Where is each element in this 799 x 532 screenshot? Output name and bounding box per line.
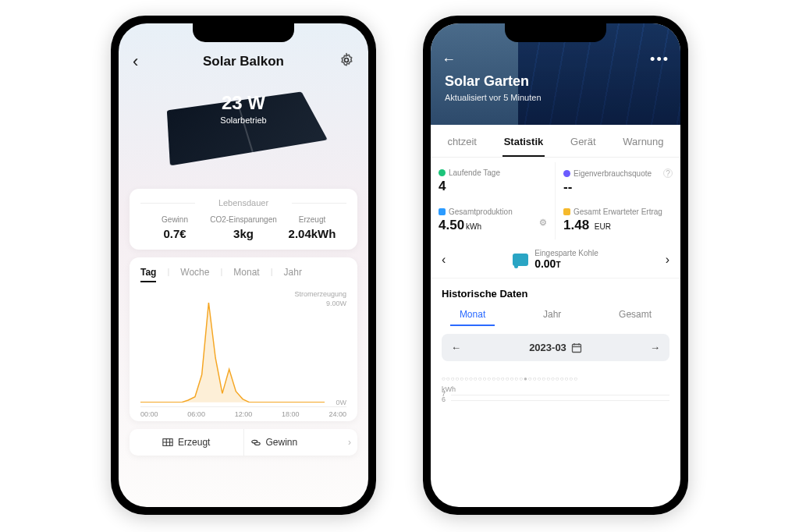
coal-saved-row: ‹ Eingesparte Kohle 0.00T ›: [431, 244, 680, 278]
settings-small-icon[interactable]: ⚙: [539, 218, 547, 228]
updated-subtitle: Aktualisiert vor 5 Minuten: [445, 93, 666, 102]
header: ‹ Solar Balkon: [119, 47, 368, 80]
history-tab-month[interactable]: Monat: [450, 304, 495, 326]
stat-running-days: Laufende Tage 4: [431, 162, 556, 201]
history-period-tabs: Monat Jahr Gesamt: [431, 304, 680, 326]
svg-point-0: [344, 59, 348, 62]
next-savings-icon[interactable]: ›: [666, 253, 669, 267]
info-icon[interactable]: ?: [663, 168, 673, 178]
lifetime-profit-label: Gewinn: [140, 215, 209, 224]
lifetime-produced: Erzeugt 2.04kWh: [278, 215, 346, 240]
lifetime-co2-value: 3kg: [209, 227, 278, 240]
pie-icon: [563, 170, 570, 177]
tab-warning[interactable]: Warnung: [621, 136, 665, 157]
lifetime-profit-value: 0.7€: [140, 227, 209, 240]
operation-mode: Solarbetrieb: [130, 115, 357, 125]
lifetime-header: Lebensdauer: [140, 198, 346, 207]
tab-realtime[interactable]: chtzeit: [446, 136, 478, 157]
tab-week[interactable]: Woche: [180, 267, 209, 282]
main-tabs: chtzeit Statistik Gerät Warnung: [431, 125, 680, 158]
stack-icon: [563, 208, 570, 215]
date-value[interactable]: 2023-03: [529, 342, 566, 353]
lifetime-card: Lebensdauer Gewinn 0.7€ CO2-Einsparungen…: [130, 189, 357, 250]
screen-solar-balkon: ‹ Solar Balkon 23 W Solarbetrieb Lebensd…: [119, 23, 368, 507]
history-legend-dots: ○○○○○○○○○○○○○○○○○○●○○○○○○○○○○○: [442, 375, 669, 382]
screen-solar-garten: ← ••• Solar Garten Aktualisiert vor 5 Mi…: [431, 23, 680, 507]
bottom-tab-profit[interactable]: Gewinn ›: [244, 429, 358, 456]
date-navigator: ← 2023-03 →: [442, 334, 669, 361]
chart-card: Tag | Woche | Monat | Jahr Stromerzeugun…: [130, 257, 357, 421]
more-icon[interactable]: •••: [650, 51, 669, 68]
gear-icon: [339, 52, 354, 68]
current-power-value: 23 W: [130, 92, 357, 114]
phone-right: ← ••• Solar Garten Aktualisiert vor 5 Mi…: [423, 16, 688, 515]
date-prev-icon[interactable]: ←: [451, 342, 461, 353]
layers-icon: [439, 208, 446, 215]
solar-panel-visual: 23 W Solarbetrieb: [130, 80, 357, 181]
date-next-icon[interactable]: →: [650, 342, 660, 353]
chevron-right-icon: ›: [348, 437, 351, 448]
clock-icon: [439, 169, 446, 176]
coal-cart-icon: [513, 254, 528, 266]
chart-y-max: 9.00W: [326, 300, 346, 307]
power-chart: Stromerzeugung 9.00W 0W: [140, 290, 346, 407]
current-power-display: 23 W Solarbetrieb: [130, 92, 357, 125]
back-icon[interactable]: ←: [442, 51, 456, 68]
chart-y-min: 0W: [336, 399, 347, 406]
calendar-icon[interactable]: [571, 342, 582, 353]
chart-x-ticks: 00:00 06:00 12:00 18:00 24:00: [140, 410, 346, 418]
lifetime-profit: Gewinn 0.7€: [140, 215, 209, 240]
hero: ← ••• Solar Garten Aktualisiert vor 5 Mi…: [431, 23, 680, 125]
stats-grid: Laufende Tage 4 Eigenverbrauchsquote? --…: [431, 158, 680, 244]
tab-year[interactable]: Jahr: [284, 267, 302, 282]
coal-saved-label: Eingesparte Kohle: [534, 249, 598, 257]
coins-icon: [250, 438, 261, 447]
prev-savings-icon[interactable]: ‹: [442, 253, 446, 267]
history-tab-year[interactable]: Jahr: [534, 304, 570, 326]
bottom-metric-tabs: Erzeugt Gewinn ›: [130, 429, 357, 456]
chart-y-label: Stromerzeugung: [294, 290, 346, 298]
history-tab-total[interactable]: Gesamt: [609, 304, 661, 326]
tab-statistic[interactable]: Statistik: [502, 136, 545, 157]
history-chart: ○○○○○○○○○○○○○○○○○○●○○○○○○○○○○○ kWh 7 6: [431, 369, 680, 407]
historical-data-title: Historische Daten: [431, 278, 680, 304]
plant-title: Solar Garten: [445, 73, 666, 90]
svg-rect-7: [572, 344, 581, 352]
stat-expected-yield: Gesamt Erwarteter Ertrag 1.48 EUR: [556, 201, 680, 239]
chart-svg: [140, 303, 325, 403]
grid-icon: [162, 438, 173, 447]
phone-left: ‹ Solar Balkon 23 W Solarbetrieb Lebensd…: [111, 16, 376, 515]
lifetime-produced-value: 2.04kWh: [278, 227, 346, 240]
bottom-tab-produced[interactable]: Erzeugt: [130, 429, 244, 456]
lifetime-co2: CO2-Einsparungen 3kg: [209, 215, 278, 240]
tab-device[interactable]: Gerät: [569, 136, 598, 157]
svg-point-6: [254, 442, 260, 445]
period-tabs: Tag | Woche | Monat | Jahr: [140, 267, 346, 282]
back-icon[interactable]: ‹: [133, 51, 148, 72]
lifetime-produced-label: Erzeugt: [278, 215, 346, 224]
lifetime-co2-label: CO2-Einsparungen: [209, 215, 278, 224]
tab-day[interactable]: Tag: [140, 267, 156, 282]
tab-month[interactable]: Monat: [233, 267, 259, 282]
settings-button[interactable]: [339, 52, 354, 71]
stat-self-consumption: Eigenverbrauchsquote? --: [556, 162, 680, 201]
stat-total-production: Gesamtproduktion 4.50kWh ⚙: [431, 201, 556, 239]
page-title: Solar Balkon: [203, 54, 284, 69]
hist-y-unit: kWh: [442, 385, 669, 393]
